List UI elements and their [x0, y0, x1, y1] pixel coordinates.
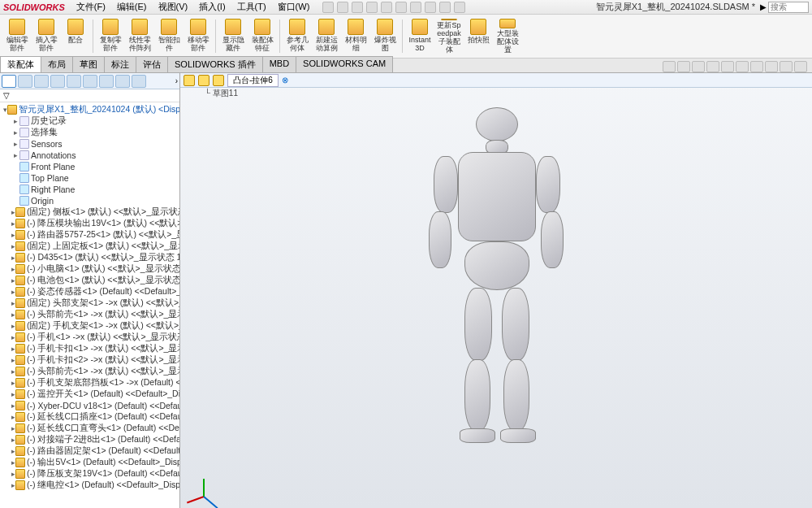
tree-item[interactable]: ▸(-) 路由器固定架<1> (Default) <<Default>_Disp… — [0, 445, 179, 457]
menu-文件(F)[interactable]: 文件(F) — [71, 0, 110, 14]
ribbon-10[interactable]: 新建运动算例 — [313, 16, 340, 56]
tree-item[interactable]: ▸(-) 对接端子2进8出<1> (Default) <<Default>_Di… — [0, 434, 179, 445]
view-orient-icon[interactable] — [721, 61, 734, 72]
tree-item[interactable]: ▸(-) 继电控<1> (Default) <<Default>_Display… — [0, 480, 179, 491]
ribbon-14[interactable]: 更新Speedpak子装配体 — [435, 16, 463, 56]
display-manager-tab[interactable] — [67, 75, 81, 88]
ribbon-13[interactable]: Instant3D — [406, 16, 434, 56]
tree-item[interactable]: ▸历史记录 — [0, 115, 179, 127]
tab-评估[interactable]: 评估 — [136, 56, 168, 72]
ribbon-9[interactable]: 参考几何体 — [283, 16, 311, 56]
tree-item[interactable]: ▸(-) 手机卡扣<2> ->x (默认) <<默认>_显示状态 1 — [0, 354, 179, 366]
property-manager-tab[interactable] — [18, 75, 32, 88]
tab-SOLIDWORKS CAM[interactable]: SOLIDWORKS CAM — [296, 56, 393, 72]
menu-编辑(E)[interactable]: 编辑(E) — [112, 0, 152, 14]
tab-装配体[interactable]: 装配体 — [0, 56, 41, 72]
tree-item[interactable]: ▸(-) 路由器5757-25<1> (默认) <<默认>_显示状态 — [0, 229, 179, 241]
ribbon-16[interactable]: 大型装配体设置 — [494, 16, 521, 56]
select-icon[interactable] — [425, 2, 436, 13]
search-icon[interactable]: ▶ — [760, 2, 767, 11]
bc-part-icon[interactable] — [198, 75, 209, 86]
zoom-fit-icon[interactable] — [663, 61, 676, 72]
tree-item[interactable]: ▸(-) 电池包<1> (默认) <<默认>_显示状态 1 — [0, 275, 179, 286]
orientation-triad[interactable] — [188, 467, 221, 500]
zoom-area-icon[interactable] — [677, 61, 690, 72]
save-icon[interactable] — [366, 2, 378, 13]
new-icon[interactable] — [337, 2, 348, 13]
tree-item[interactable]: Right Plane — [0, 184, 179, 195]
menu-工具(T)[interactable]: 工具(T) — [232, 0, 271, 14]
tree-item[interactable]: ▸(-) 延长线C口插座<1> (Default) <<Default>_Dis — [0, 411, 179, 423]
view-settings-icon[interactable] — [794, 61, 807, 72]
panel-expand-icon[interactable]: › — [175, 76, 178, 85]
menu-窗口(W)[interactable]: 窗口(W) — [273, 0, 315, 14]
tab-SOLIDWORKS 插件[interactable]: SOLIDWORKS 插件 — [167, 56, 263, 72]
tree-item[interactable]: Top Plane — [0, 172, 179, 184]
tree-item[interactable]: ▸(固定) 上固定板<1> (默认) <<默认>_显示状态 1 — [0, 241, 179, 252]
display-style-icon[interactable] — [736, 61, 749, 72]
open-icon[interactable] — [352, 2, 363, 13]
ribbon-6[interactable]: 移动零部件 — [184, 16, 212, 56]
tree-filter[interactable]: ▽ — [0, 89, 179, 102]
tree-item[interactable]: ▸(-) 降压板支架19V<1> (Default) <<Default>_Di… — [0, 468, 179, 480]
config-manager-tab[interactable] — [34, 75, 49, 88]
ribbon-8[interactable]: 装配体特征 — [248, 16, 276, 56]
tab-草图[interactable]: 草图 — [72, 56, 105, 72]
ribbon-5[interactable]: 智能扣件 — [155, 16, 183, 56]
tree-item[interactable]: ▸(-) 姿态传感器<1> (Default) <<Default>_Displ… — [0, 286, 179, 297]
ribbon-0[interactable]: 编辑零部件 — [3, 16, 31, 56]
bc-asm-icon[interactable] — [184, 75, 195, 86]
tree-item[interactable]: ▸(-) 延长线C口直弯头<1> (Default) <<Default>_Di — [0, 423, 179, 434]
home-icon[interactable] — [322, 2, 334, 13]
redo-icon[interactable] — [410, 2, 421, 13]
tree-item[interactable]: ▸(固定) 侧板<1> (默认) <<默认>_显示状态 1> — [0, 206, 179, 218]
tree-item[interactable]: Front Plane — [0, 161, 179, 172]
section-view-icon[interactable] — [706, 61, 719, 72]
tree-item[interactable]: ▸Annotations — [0, 150, 179, 161]
tree-item[interactable]: ▾智元灵犀X1_整机_20241024 (默认) <Display State — [0, 104, 179, 115]
tree-item[interactable]: Origin — [0, 195, 179, 206]
breadcrumb-sketch[interactable]: └ 草图11 — [180, 88, 812, 99]
tree-item[interactable]: ▸Sensors — [0, 138, 179, 150]
options-icon[interactable] — [454, 2, 465, 13]
dimxpert-tab[interactable] — [50, 75, 65, 88]
tree-item[interactable]: ▸(-) 手机支架底部挡板<1> ->x (Default) <<Default — [0, 377, 179, 389]
tree-item[interactable]: ▸(固定) 头部支架<1> ->x (默认) <<默认>_显示状态 — [0, 297, 179, 309]
cam-manager-tab[interactable] — [83, 75, 97, 88]
tree-item[interactable]: ▸(固定) 手机支架<1> ->x (默认) <<默认>_显示状态 — [0, 320, 179, 332]
tree-item[interactable]: ▸(-) 小电脑<1> (默认) <<默认>_显示状态 1 — [0, 263, 179, 275]
undo-icon[interactable] — [395, 2, 407, 13]
expand-icon[interactable]: ▸ — [11, 151, 19, 159]
scene-icon[interactable] — [780, 61, 793, 72]
breadcrumb-feature[interactable]: 凸台-拉伸6 — [227, 74, 279, 87]
tree-item[interactable]: ▸(-) 降压模块输出19V<1> (默认) <<默认>_显示状 — [0, 218, 179, 229]
print-icon[interactable] — [381, 2, 392, 13]
extra-tab-2[interactable] — [115, 75, 130, 88]
tree-item[interactable]: ▸(-) 手机<1> ->x (默认) <<默认>_显示状态 1> — [0, 332, 179, 343]
tree-item[interactable]: ▸(-) 手机卡扣<1> ->x (默认) <<默认>_显示状态 1 — [0, 343, 179, 354]
tree-item[interactable]: ▸(-) 遥控开关<1> (Default) <<Default>_Displa… — [0, 389, 179, 400]
search-input[interactable] — [768, 2, 809, 13]
rebuild-icon[interactable] — [439, 2, 451, 13]
ribbon-15[interactable]: 拍快照 — [464, 16, 492, 56]
ribbon-12[interactable]: 爆炸视图 — [371, 16, 399, 56]
tree-item[interactable]: ▸(-) 输出5V<1> (Default) <<Default>_Displa… — [0, 457, 179, 468]
ribbon-7[interactable]: 显示隐藏件 — [219, 16, 247, 56]
feature-manager-tab[interactable] — [2, 75, 16, 88]
ribbon-4[interactable]: 线性零件阵列 — [126, 16, 153, 56]
expand-icon[interactable]: ▸ — [11, 117, 19, 125]
appearance-icon[interactable] — [765, 61, 778, 72]
tree-item[interactable]: ▸选择集 — [0, 127, 179, 138]
tree-item[interactable]: ▸(-) 头部前壳<1> ->x (默认) <<默认>_显示状态 1 — [0, 309, 179, 320]
expand-icon[interactable]: ▸ — [11, 140, 19, 148]
tab-MBD[interactable]: MBD — [262, 56, 296, 72]
breadcrumb-close-icon[interactable]: ⊗ — [282, 76, 288, 85]
extra-tab-3[interactable] — [132, 75, 146, 88]
tab-标注[interactable]: 标注 — [104, 56, 136, 72]
ribbon-2[interactable]: 配合 — [62, 16, 89, 56]
ribbon-11[interactable]: 材料明细 — [342, 16, 369, 56]
bc-feature-icon[interactable] — [213, 75, 224, 86]
hide-show-icon[interactable] — [750, 61, 763, 72]
menu-插入(I)[interactable]: 插入(I) — [194, 0, 230, 14]
tree-item[interactable]: ▸(-) 头部前壳<1> ->x (默认) <<默认>_显示状态 1 — [0, 366, 179, 377]
